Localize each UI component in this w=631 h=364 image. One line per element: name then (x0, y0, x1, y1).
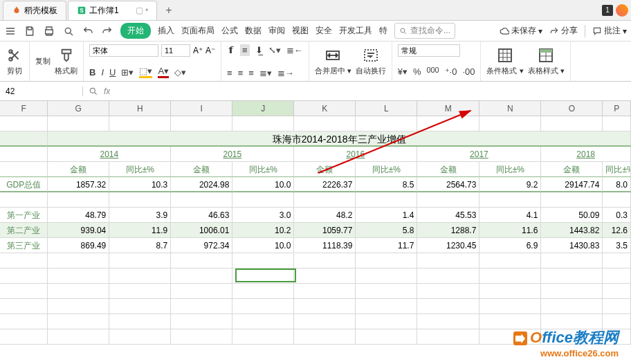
cell[interactable] (48, 269, 109, 284)
cell[interactable]: 3.9 (109, 208, 171, 223)
cell[interactable] (417, 269, 479, 284)
cell[interactable] (232, 253, 294, 269)
fill-color-button[interactable]: ⬚▾ (139, 66, 152, 78)
cell[interactable]: 金额 (48, 162, 109, 177)
menu-dev[interactable]: 开发工具 (339, 25, 372, 37)
column-header[interactable]: L (356, 101, 417, 116)
cell[interactable]: 金额 (541, 162, 603, 177)
cell[interactable] (603, 269, 631, 284)
cell[interactable] (356, 253, 417, 269)
cell[interactable]: 11.6 (479, 223, 541, 238)
cell[interactable] (0, 253, 48, 269)
cell[interactable] (171, 253, 232, 269)
cell[interactable]: 9.2 (479, 177, 541, 192)
menu-review[interactable]: 审阅 (268, 25, 285, 37)
align-bottom-icon[interactable]: ⬇̲ (255, 45, 263, 55)
menu-security[interactable]: 安全 (316, 25, 332, 37)
search-icon[interactable] (89, 87, 98, 96)
cell[interactable]: 第一产业 (0, 208, 48, 223)
cell[interactable]: 2016 (294, 147, 417, 162)
comma-button[interactable]: 000 (426, 66, 439, 78)
column-header[interactable]: H (109, 101, 171, 116)
cell[interactable] (171, 329, 232, 345)
cell[interactable] (0, 192, 48, 208)
cell[interactable]: 8.5 (356, 177, 417, 192)
column-header[interactable]: O (541, 101, 603, 116)
increase-font-icon[interactable]: A⁺ (193, 46, 203, 55)
cell[interactable] (109, 269, 171, 284)
cell[interactable] (294, 116, 356, 131)
cell[interactable]: 1430.83 (541, 238, 603, 253)
cell[interactable] (48, 116, 109, 131)
cell[interactable]: 10.0 (232, 238, 294, 253)
cell[interactable]: 同比±% (479, 162, 541, 177)
number-format-select[interactable] (398, 44, 460, 57)
cell[interactable]: 50.09 (541, 208, 603, 223)
table-style-button[interactable]: 表格样式 ▾ (528, 46, 565, 76)
cell[interactable] (0, 131, 48, 147)
cell[interactable]: 8.7 (109, 238, 171, 253)
cell[interactable]: 同比±% (109, 162, 171, 177)
column-header[interactable]: G (48, 101, 109, 116)
cell[interactable] (109, 116, 171, 131)
comment-button[interactable]: 批注 ▾ (592, 25, 627, 37)
cell[interactable] (541, 253, 603, 269)
cell[interactable]: 48.79 (48, 208, 109, 223)
cell[interactable] (417, 253, 479, 269)
cell[interactable] (294, 269, 356, 284)
cell[interactable] (48, 314, 109, 329)
cell[interactable] (232, 116, 294, 131)
cell[interactable] (0, 329, 48, 345)
cell[interactable] (541, 284, 603, 299)
column-header[interactable]: N (479, 101, 541, 116)
cell[interactable]: 4.1 (479, 208, 541, 223)
cell[interactable] (356, 192, 417, 208)
cell[interactable]: 2226.37 (294, 177, 356, 192)
cell[interactable]: 869.49 (48, 238, 109, 253)
menu-formula[interactable]: 公式 (221, 25, 238, 37)
font-family-select[interactable] (89, 44, 158, 57)
save-icon[interactable] (24, 25, 36, 37)
fx-label[interactable]: fx (104, 87, 110, 96)
cell[interactable] (479, 116, 541, 131)
cell[interactable] (48, 192, 109, 208)
border-button[interactable]: ⊞▾ (121, 67, 134, 78)
column-header[interactable]: P (603, 101, 631, 116)
align-middle-icon[interactable]: ≡ (240, 44, 250, 56)
cell[interactable] (232, 192, 294, 208)
cell[interactable] (0, 284, 48, 299)
menu-insert[interactable]: 插入 (158, 25, 174, 37)
preview-icon[interactable] (62, 25, 75, 37)
cell[interactable]: 8.0 (603, 177, 631, 192)
cell[interactable] (232, 299, 294, 314)
align-top-icon[interactable]: ⬆̄ (227, 45, 235, 55)
cell[interactable]: 6.9 (479, 238, 541, 253)
share-button[interactable]: 分享 (549, 25, 578, 37)
menu-special[interactable]: 特 (379, 25, 387, 37)
cell[interactable]: 1443.82 (541, 223, 603, 238)
cell[interactable]: 10.3 (109, 177, 171, 192)
cut-button[interactable]: 剪切 (6, 46, 24, 76)
column-header[interactable]: F (0, 101, 48, 116)
increase-decimal-button[interactable]: ⁺·0 (445, 66, 457, 77)
align-left-icon[interactable]: ≡ (227, 68, 232, 78)
cell[interactable]: 珠海市2014-2018年三产业增值 (48, 131, 631, 147)
unsaved-status[interactable]: 未保存 ▾ (500, 25, 542, 37)
cell[interactable] (294, 314, 356, 329)
cell[interactable]: 2024.98 (171, 177, 232, 192)
copy-button[interactable]: 复制 (35, 56, 51, 66)
decrease-decimal-button[interactable]: ·00 (462, 66, 475, 77)
cell[interactable] (479, 253, 541, 269)
cell[interactable] (541, 116, 603, 131)
cell[interactable] (479, 192, 541, 208)
indent-right-icon[interactable]: ≣→ (277, 68, 294, 78)
cell[interactable] (0, 269, 48, 284)
align-center-icon[interactable]: ≡ (238, 68, 244, 78)
notification-badge[interactable]: 1 (602, 5, 613, 16)
tab-template[interactable]: 稻壳模板 (3, 1, 66, 20)
cell[interactable] (171, 269, 232, 284)
cell[interactable]: 1059.77 (294, 223, 356, 238)
menu-view[interactable]: 视图 (292, 25, 309, 37)
cell[interactable] (0, 116, 48, 131)
cell[interactable] (356, 329, 417, 345)
